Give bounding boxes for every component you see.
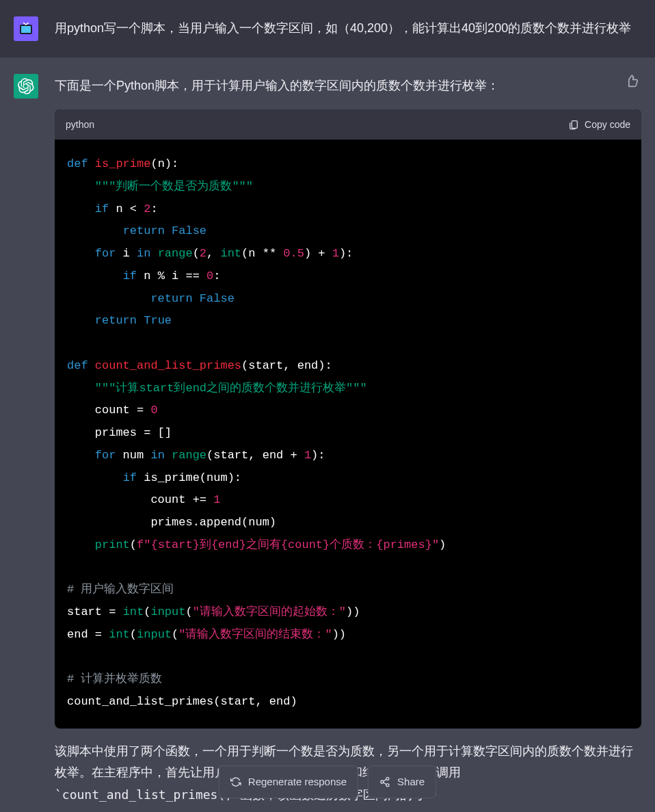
openai-icon [18, 78, 34, 94]
clipboard-icon [568, 119, 579, 130]
share-button[interactable]: Share [368, 765, 436, 798]
code-block: python Copy code def is_prime(n): """判断一… [55, 109, 641, 729]
float-bar: Regenerate response Share [219, 765, 436, 798]
svg-point-5 [386, 784, 389, 787]
copy-code-button[interactable]: Copy code [568, 116, 630, 133]
regenerate-label: Regenerate response [248, 773, 347, 791]
thumbs-up-button[interactable] [625, 74, 639, 94]
share-icon [379, 776, 390, 787]
svg-point-3 [386, 777, 389, 780]
user-prompt-text: 用python写一个脚本，当用户输入一个数字区间，如（40,200），能计算出4… [55, 16, 641, 41]
regenerate-button[interactable]: Regenerate response [219, 765, 358, 798]
assistant-intro-text: 下面是一个Python脚本，用于计算用户输入的数字区间内的质数个数并进行枚举： [55, 75, 641, 97]
thumbs-up-icon [625, 74, 639, 88]
svg-line-6 [384, 783, 387, 785]
assistant-content: 下面是一个Python脚本，用于计算用户输入的数字区间内的质数个数并进行枚举： … [55, 74, 641, 806]
svg-point-4 [381, 781, 384, 783]
code-content[interactable]: def is_prime(n): """判断一个数是否为质数""" if n <… [55, 140, 641, 729]
code-lang-label: python [66, 116, 94, 133]
code-header: python Copy code [55, 109, 641, 140]
svg-rect-2 [572, 120, 577, 128]
user-message: 用python写一个脚本，当用户输入一个数字区间，如（40,200），能计算出4… [0, 0, 655, 57]
assistant-avatar [14, 74, 38, 99]
svg-line-7 [384, 779, 387, 781]
tv-icon [18, 21, 34, 37]
user-avatar [14, 16, 38, 41]
refresh-icon [230, 776, 241, 787]
share-label: Share [397, 773, 425, 791]
svg-rect-1 [21, 26, 31, 33]
assistant-message: 下面是一个Python脚本，用于计算用户输入的数字区间内的质数个数并进行枚举： … [0, 57, 655, 812]
copy-code-label: Copy code [585, 116, 630, 133]
